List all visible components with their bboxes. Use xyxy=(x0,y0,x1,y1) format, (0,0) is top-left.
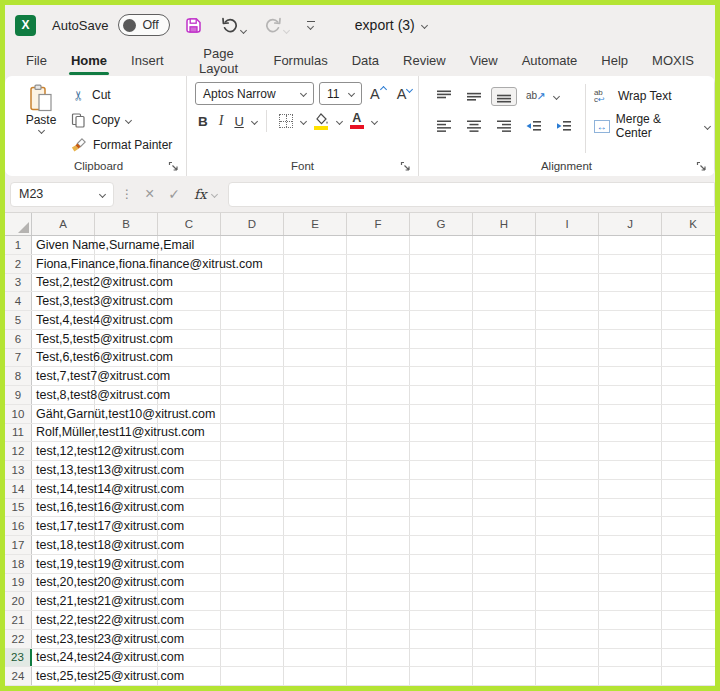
row-cells-8[interactable]: test,7,test7@xitrust.com xyxy=(32,367,715,385)
row-header-24[interactable]: 24 xyxy=(5,667,32,685)
row-cells-23[interactable]: test,24,test24@xitrust.com xyxy=(32,649,715,667)
fill-color-button[interactable] xyxy=(311,112,332,131)
row-header-15[interactable]: 15 xyxy=(5,499,32,517)
tab-data[interactable]: Data xyxy=(341,45,390,76)
tab-review[interactable]: Review xyxy=(392,45,457,76)
undo-menu-chevron-icon[interactable] xyxy=(240,27,247,34)
row-cells-17[interactable]: test,18,test18@xitrust.com xyxy=(32,536,715,554)
row-header-13[interactable]: 13 xyxy=(5,461,32,479)
row-cells-1[interactable]: Given Name,Surname,Email xyxy=(32,236,715,254)
merge-center-chevron-icon[interactable] xyxy=(704,122,711,129)
undo-button[interactable] xyxy=(217,14,250,36)
row-header-1[interactable]: 1 xyxy=(5,236,32,254)
column-header-k[interactable]: K xyxy=(662,213,715,235)
font-size-select[interactable]: 11 xyxy=(319,82,362,105)
row-cells-16[interactable]: test,17,test17@xitrust.com xyxy=(32,517,715,535)
tab-automate[interactable]: Automate xyxy=(511,45,589,76)
orientation-button[interactable]: ab↗ xyxy=(521,93,550,99)
column-header-h[interactable]: H xyxy=(473,213,536,235)
select-all-button[interactable] xyxy=(5,213,32,235)
font-dialog-launcher[interactable] xyxy=(400,161,411,172)
row-cells-18[interactable]: test,19,test19@xitrust.com xyxy=(32,555,715,573)
merge-center-button[interactable]: ↔ Merge & Center xyxy=(594,114,710,138)
insert-function-button[interactable]: fx xyxy=(189,184,222,204)
fill-color-chevron-icon[interactable] xyxy=(336,117,343,124)
row-header-18[interactable]: 18 xyxy=(5,555,32,573)
row-header-4[interactable]: 4 xyxy=(5,292,32,310)
row-cells-3[interactable]: Test,2,test2@xitrust.com xyxy=(32,274,715,292)
decrease-font-size-button[interactable]: A xyxy=(394,85,416,103)
row-header-16[interactable]: 16 xyxy=(5,517,32,535)
underline-button[interactable]: U xyxy=(231,113,246,130)
italic-button[interactable]: I xyxy=(216,112,227,130)
row-cells-5[interactable]: Test,4,test4@xitrust.com xyxy=(32,311,715,329)
quick-access-toolbar-overflow-button[interactable] xyxy=(303,18,319,33)
row-header-19[interactable]: 19 xyxy=(5,574,32,592)
autosave-toggle[interactable]: Off xyxy=(118,14,169,36)
row-cells-13[interactable]: test,13,test13@xitrust.com xyxy=(32,461,715,479)
tab-view[interactable]: View xyxy=(459,45,509,76)
column-header-f[interactable]: F xyxy=(347,213,410,235)
borders-menu-chevron-icon[interactable] xyxy=(300,117,307,124)
row-header-9[interactable]: 9 xyxy=(5,386,32,404)
center-button[interactable] xyxy=(461,117,487,136)
tab-page-layout[interactable]: Page Layout xyxy=(177,45,261,76)
row-header-3[interactable]: 3 xyxy=(5,274,32,292)
tab-insert[interactable]: Insert xyxy=(120,45,175,76)
row-cells-15[interactable]: test,16,test16@xitrust.com xyxy=(32,499,715,517)
row-cells-14[interactable]: test,14,test14@xitrust.com xyxy=(32,480,715,498)
row-cells-12[interactable]: test,12,test12@xitrust.com xyxy=(32,442,715,460)
font-color-chevron-icon[interactable] xyxy=(371,117,378,124)
tab-help[interactable]: Help xyxy=(590,45,639,76)
row-header-22[interactable]: 22 xyxy=(5,630,32,648)
column-header-e[interactable]: E xyxy=(284,213,347,235)
tab-home[interactable]: Home xyxy=(60,45,118,76)
copy-menu-chevron-icon[interactable] xyxy=(125,116,132,123)
increase-font-size-button[interactable]: A xyxy=(367,85,389,103)
row-header-11[interactable]: 11 xyxy=(5,424,32,442)
column-header-g[interactable]: G xyxy=(410,213,473,235)
row-header-17[interactable]: 17 xyxy=(5,536,32,554)
row-cells-24[interactable]: test,25,test25@xitrust.com xyxy=(32,667,715,685)
row-cells-9[interactable]: test,8,test8@xitrust.com xyxy=(32,386,715,404)
column-header-d[interactable]: D xyxy=(221,213,284,235)
row-cells-20[interactable]: test,21,test21@xitrust.com xyxy=(32,592,715,610)
column-header-j[interactable]: J xyxy=(599,213,662,235)
row-cells-19[interactable]: test,20,test20@xitrust.com xyxy=(32,574,715,592)
row-header-10[interactable]: 10 xyxy=(5,405,32,423)
document-title[interactable]: export (3) xyxy=(355,17,427,33)
enter-button[interactable]: ✓ xyxy=(163,184,185,204)
row-cells-11[interactable]: Rolf,Müller,test11@xitrust.com xyxy=(32,424,715,442)
column-header-i[interactable]: I xyxy=(536,213,599,235)
align-right-button[interactable] xyxy=(491,117,517,136)
row-header-12[interactable]: 12 xyxy=(5,442,32,460)
row-header-23[interactable]: 23 xyxy=(5,649,32,667)
cancel-button[interactable]: × xyxy=(140,183,159,205)
row-cells-22[interactable]: test,23,test23@xitrust.com xyxy=(32,630,715,648)
paste-menu-chevron-icon[interactable] xyxy=(37,127,44,134)
borders-button[interactable] xyxy=(276,113,296,129)
clipboard-dialog-launcher[interactable] xyxy=(168,161,179,172)
redo-button[interactable] xyxy=(260,14,293,36)
row-header-14[interactable]: 14 xyxy=(5,480,32,498)
middle-align-button[interactable] xyxy=(461,87,487,106)
orientation-chevron-icon[interactable] xyxy=(553,92,560,99)
row-header-8[interactable]: 8 xyxy=(5,367,32,385)
row-cells-21[interactable]: test,22,test22@xitrust.com xyxy=(32,611,715,629)
column-header-a[interactable]: A xyxy=(32,213,95,235)
row-header-5[interactable]: 5 xyxy=(5,311,32,329)
bold-button[interactable]: B xyxy=(195,113,211,130)
wrap-text-button[interactable]: ab c↩ Wrap Text xyxy=(594,84,710,108)
bottom-align-button[interactable] xyxy=(491,87,517,106)
alignment-dialog-launcher[interactable] xyxy=(696,161,707,172)
row-cells-7[interactable]: Test,6,test6@xitrust.com xyxy=(32,349,715,367)
row-header-7[interactable]: 7 xyxy=(5,349,32,367)
paste-button[interactable]: Paste xyxy=(15,82,67,156)
column-header-b[interactable]: B xyxy=(95,213,158,235)
align-left-button[interactable] xyxy=(431,117,457,136)
row-header-6[interactable]: 6 xyxy=(5,330,32,348)
increase-indent-button[interactable] xyxy=(551,117,577,136)
column-header-c[interactable]: C xyxy=(158,213,221,235)
row-header-21[interactable]: 21 xyxy=(5,611,32,629)
row-cells-10[interactable]: Gäht,Garnüt,test10@xitrust.com xyxy=(32,405,715,423)
